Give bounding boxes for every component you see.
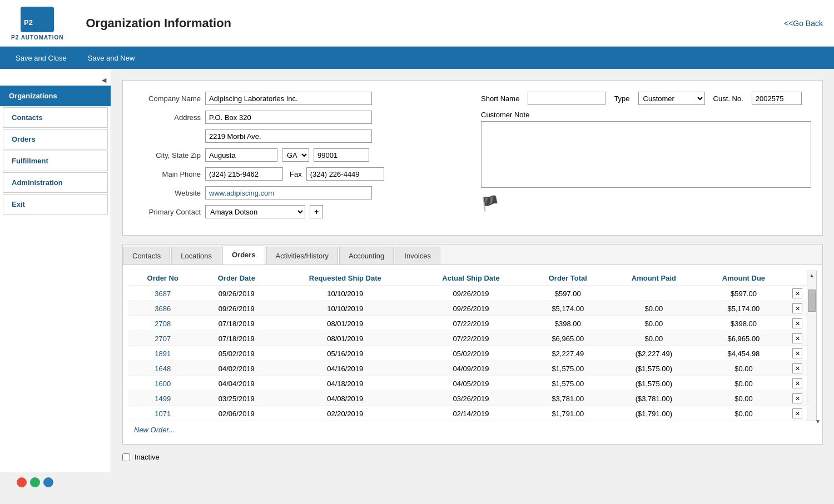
sidebar-item-organizations[interactable]: Organizations (0, 86, 111, 106)
cell-order-no: 1071 (128, 406, 197, 421)
new-order-link[interactable]: New Order... (128, 421, 180, 438)
delete-row-button[interactable]: ✕ (792, 363, 802, 373)
main-phone-input[interactable] (205, 167, 283, 181)
order-no-link[interactable]: 3687 (155, 290, 171, 298)
cell-req-ship: 08/01/2019 (276, 316, 414, 331)
col-order-date: Order Date (197, 271, 276, 286)
primary-contact-row: Primary Contact Amaya Dotson + (134, 205, 464, 218)
delete-row-button[interactable]: ✕ (792, 348, 802, 358)
sidebar-collapse-button[interactable]: ◄ (100, 76, 108, 84)
zip-input[interactable] (314, 148, 369, 162)
delete-row-button[interactable]: ✕ (792, 393, 802, 403)
delete-row-button[interactable]: ✕ (792, 333, 802, 343)
type-label: Type (614, 94, 629, 103)
cell-order-date: 03/25/2019 (197, 391, 276, 406)
sidebar-item-orders[interactable]: Orders (3, 129, 108, 149)
type-select[interactable]: Customer Vendor Both Other (638, 92, 705, 105)
flag-icon[interactable]: 🏴 (481, 195, 499, 212)
website-input[interactable] (205, 186, 372, 199)
cell-due: $0.00 (699, 361, 788, 376)
tab-locations[interactable]: Locations (171, 247, 221, 265)
go-back-link[interactable]: <<Go Back (784, 19, 823, 28)
cell-order-date: 04/04/2019 (197, 376, 276, 391)
cell-paid: ($3,781.00) (608, 391, 699, 406)
order-no-link[interactable]: 3686 (155, 305, 171, 313)
cell-order-date: 09/26/2019 (197, 301, 276, 316)
delete-row-button[interactable]: ✕ (792, 408, 802, 418)
dot-green (30, 477, 40, 487)
order-no-link[interactable]: 1648 (155, 365, 171, 373)
address2-input[interactable] (205, 129, 372, 143)
cell-due: $6,965.00 (699, 331, 788, 346)
table-row: 1648 04/02/2019 04/16/2019 04/09/2019 $1… (128, 361, 807, 376)
add-contact-button[interactable]: + (310, 205, 323, 218)
sidebar-item-contacts[interactable]: Contacts (3, 107, 108, 128)
save-new-button[interactable]: Save and New (78, 51, 145, 66)
form-left: Company Name Address City, State Zip (134, 92, 464, 224)
sidebar-item-exit[interactable]: Exit (3, 194, 108, 214)
state-select[interactable]: GA (282, 148, 309, 162)
table-row: 2707 07/18/2019 08/01/2019 07/22/2019 $6… (128, 331, 807, 346)
cust-no-label: Cust. No. (713, 94, 743, 103)
inactive-checkbox[interactable] (122, 453, 130, 461)
cust-no-input[interactable] (752, 92, 802, 105)
table-scrollbar[interactable]: ▲ ▼ (807, 271, 817, 421)
company-name-input[interactable] (205, 92, 372, 105)
cell-order-date: 05/02/2019 (197, 346, 276, 361)
sidebar-item-administration[interactable]: Administration (3, 172, 108, 193)
order-no-link[interactable]: 1600 (155, 380, 171, 388)
cell-delete: ✕ (788, 406, 807, 421)
cell-total: $1,575.00 (528, 361, 608, 376)
dot-red (17, 477, 27, 487)
cell-delete: ✕ (788, 286, 807, 301)
form-grid: Company Name Address City, State Zip (134, 92, 811, 224)
sidebar-item-fulfillment[interactable]: Fulfillment (3, 151, 108, 171)
sidebar-toggle[interactable]: ◄ (0, 74, 111, 86)
flag-row: 🏴 (481, 195, 811, 212)
tab-orders[interactable]: Orders (222, 246, 265, 265)
city-input[interactable] (205, 148, 277, 162)
tab-accounting[interactable]: Accounting (339, 247, 394, 265)
svg-text:P2: P2 (24, 18, 33, 27)
col-actual-ship: Actual Ship Date (414, 271, 527, 286)
cell-total: $398.00 (528, 316, 608, 331)
cell-delete: ✕ (788, 301, 807, 316)
tab-invoices[interactable]: Invoices (395, 247, 440, 265)
scroll-up[interactable]: ▲ (809, 272, 815, 278)
delete-row-button[interactable]: ✕ (792, 288, 802, 298)
address1-input[interactable] (205, 111, 372, 124)
order-no-link[interactable]: 2707 (155, 335, 171, 343)
cell-total: $1,791.00 (528, 406, 608, 421)
cell-actual-ship: 07/22/2019 (414, 331, 527, 346)
customer-note-input[interactable] (481, 121, 811, 188)
cell-order-no: 1891 (128, 346, 197, 361)
cell-paid: $0.00 (608, 301, 699, 316)
cell-delete: ✕ (788, 361, 807, 376)
order-no-link[interactable]: 1891 (155, 350, 171, 358)
delete-row-button[interactable]: ✕ (792, 378, 802, 388)
cell-actual-ship: 02/14/2019 (414, 406, 527, 421)
scroll-down[interactable]: ▼ (815, 418, 821, 425)
website-label: Website (134, 189, 201, 197)
table-with-scroll: Order No Order Date Requested Ship Date … (128, 271, 817, 421)
short-name-input[interactable] (528, 92, 605, 105)
primary-contact-select[interactable]: Amaya Dotson (205, 205, 305, 218)
order-no-link[interactable]: 1499 (155, 395, 171, 403)
tab-contacts[interactable]: Contacts (123, 247, 170, 265)
delete-row-button[interactable]: ✕ (792, 303, 802, 313)
order-no-link[interactable]: 2708 (155, 320, 171, 328)
sidebar: ◄ Organizations Contacts Orders Fulfillm… (0, 69, 111, 472)
table-row: 1600 04/04/2019 04/18/2019 04/05/2019 $1… (128, 376, 807, 391)
website-row: Website (134, 186, 464, 199)
cell-actual-ship: 04/09/2019 (414, 361, 527, 376)
tab-activities[interactable]: Activities/History (266, 247, 338, 265)
primary-contact-label: Primary Contact (134, 208, 201, 216)
logo-icon: P2 (19, 6, 56, 33)
order-no-link[interactable]: 1071 (155, 410, 171, 418)
delete-row-button[interactable]: ✕ (792, 318, 802, 328)
cell-due: $0.00 (699, 376, 788, 391)
save-close-button[interactable]: Save and Close (6, 51, 77, 66)
scroll-thumb[interactable] (808, 290, 816, 312)
fax-input[interactable] (306, 167, 384, 181)
inactive-label: Inactive (135, 453, 160, 461)
